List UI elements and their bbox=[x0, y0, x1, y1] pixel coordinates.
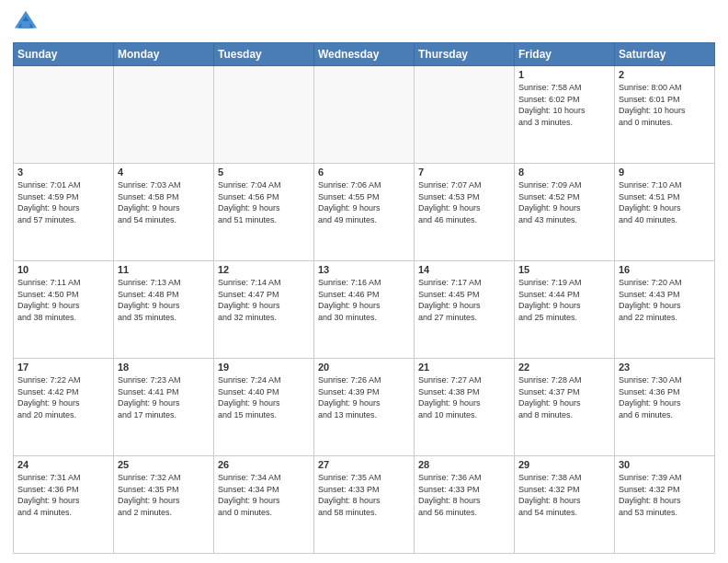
calendar-cell: 11Sunrise: 7:13 AM Sunset: 4:48 PM Dayli… bbox=[114, 261, 214, 359]
day-info: Sunrise: 7:23 AM Sunset: 4:41 PM Dayligh… bbox=[118, 374, 210, 420]
day-info: Sunrise: 7:19 AM Sunset: 4:44 PM Dayligh… bbox=[518, 277, 610, 323]
day-number: 14 bbox=[418, 264, 510, 275]
day-info: Sunrise: 7:24 AM Sunset: 4:40 PM Dayligh… bbox=[218, 374, 310, 420]
calendar-cell: 17Sunrise: 7:22 AM Sunset: 4:42 PM Dayli… bbox=[14, 359, 114, 456]
calendar-cell bbox=[14, 66, 114, 164]
calendar-cell: 13Sunrise: 7:16 AM Sunset: 4:46 PM Dayli… bbox=[314, 261, 415, 359]
day-info: Sunrise: 7:03 AM Sunset: 4:58 PM Dayligh… bbox=[118, 179, 210, 225]
calendar-cell: 15Sunrise: 7:19 AM Sunset: 4:44 PM Dayli… bbox=[515, 261, 615, 359]
calendar-cell: 1Sunrise: 7:58 AM Sunset: 6:02 PM Daylig… bbox=[515, 66, 615, 164]
day-info: Sunrise: 7:17 AM Sunset: 4:45 PM Dayligh… bbox=[418, 277, 510, 323]
calendar-cell: 20Sunrise: 7:26 AM Sunset: 4:39 PM Dayli… bbox=[314, 359, 415, 456]
day-number: 23 bbox=[619, 362, 711, 373]
day-info: Sunrise: 7:09 AM Sunset: 4:52 PM Dayligh… bbox=[518, 179, 610, 225]
calendar-cell: 28Sunrise: 7:36 AM Sunset: 4:33 PM Dayli… bbox=[415, 456, 515, 554]
day-info: Sunrise: 7:10 AM Sunset: 4:51 PM Dayligh… bbox=[619, 179, 711, 225]
calendar-cell bbox=[415, 66, 515, 164]
day-info: Sunrise: 7:38 AM Sunset: 4:32 PM Dayligh… bbox=[518, 472, 610, 518]
day-number: 5 bbox=[218, 167, 310, 178]
day-info: Sunrise: 7:36 AM Sunset: 4:33 PM Dayligh… bbox=[418, 472, 510, 518]
calendar-cell bbox=[314, 66, 415, 164]
day-info: Sunrise: 8:00 AM Sunset: 6:01 PM Dayligh… bbox=[619, 82, 711, 128]
day-number: 12 bbox=[218, 264, 310, 275]
weekday-header: Tuesday bbox=[214, 43, 314, 66]
day-number: 20 bbox=[318, 362, 410, 373]
day-info: Sunrise: 7:58 AM Sunset: 6:02 PM Dayligh… bbox=[518, 82, 610, 128]
day-info: Sunrise: 7:26 AM Sunset: 4:39 PM Dayligh… bbox=[318, 374, 410, 420]
calendar-cell: 14Sunrise: 7:17 AM Sunset: 4:45 PM Dayli… bbox=[415, 261, 515, 359]
day-number: 3 bbox=[17, 167, 109, 178]
day-number: 10 bbox=[17, 264, 109, 275]
day-info: Sunrise: 7:28 AM Sunset: 4:37 PM Dayligh… bbox=[518, 374, 610, 420]
calendar-table: SundayMondayTuesdayWednesdayThursdayFrid… bbox=[13, 42, 715, 554]
calendar-cell: 5Sunrise: 7:04 AM Sunset: 4:56 PM Daylig… bbox=[214, 164, 314, 261]
calendar-cell: 4Sunrise: 7:03 AM Sunset: 4:58 PM Daylig… bbox=[114, 164, 214, 261]
calendar-cell: 9Sunrise: 7:10 AM Sunset: 4:51 PM Daylig… bbox=[615, 164, 715, 261]
calendar-cell: 30Sunrise: 7:39 AM Sunset: 4:32 PM Dayli… bbox=[615, 456, 715, 554]
weekday-header: Monday bbox=[114, 43, 214, 66]
day-number: 24 bbox=[17, 459, 109, 470]
calendar-cell: 6Sunrise: 7:06 AM Sunset: 4:55 PM Daylig… bbox=[314, 164, 415, 261]
day-number: 6 bbox=[318, 167, 410, 178]
day-info: Sunrise: 7:32 AM Sunset: 4:35 PM Dayligh… bbox=[118, 472, 210, 518]
calendar-cell: 8Sunrise: 7:09 AM Sunset: 4:52 PM Daylig… bbox=[515, 164, 615, 261]
calendar-cell: 24Sunrise: 7:31 AM Sunset: 4:36 PM Dayli… bbox=[14, 456, 114, 554]
day-info: Sunrise: 7:31 AM Sunset: 4:36 PM Dayligh… bbox=[17, 472, 109, 518]
calendar-cell: 12Sunrise: 7:14 AM Sunset: 4:47 PM Dayli… bbox=[214, 261, 314, 359]
day-info: Sunrise: 7:35 AM Sunset: 4:33 PM Dayligh… bbox=[318, 472, 410, 518]
day-info: Sunrise: 7:22 AM Sunset: 4:42 PM Dayligh… bbox=[17, 374, 109, 420]
weekday-header: Friday bbox=[515, 43, 615, 66]
day-number: 2 bbox=[619, 69, 711, 80]
calendar-cell bbox=[214, 66, 314, 164]
day-info: Sunrise: 7:04 AM Sunset: 4:56 PM Dayligh… bbox=[218, 179, 310, 225]
calendar-cell: 21Sunrise: 7:27 AM Sunset: 4:38 PM Dayli… bbox=[415, 359, 515, 456]
weekday-header: Sunday bbox=[14, 43, 114, 66]
day-number: 29 bbox=[518, 459, 610, 470]
calendar-cell: 23Sunrise: 7:30 AM Sunset: 4:36 PM Dayli… bbox=[615, 359, 715, 456]
calendar-cell: 26Sunrise: 7:34 AM Sunset: 4:34 PM Dayli… bbox=[214, 456, 314, 554]
calendar-cell: 16Sunrise: 7:20 AM Sunset: 4:43 PM Dayli… bbox=[615, 261, 715, 359]
calendar-cell: 22Sunrise: 7:28 AM Sunset: 4:37 PM Dayli… bbox=[515, 359, 615, 456]
day-number: 11 bbox=[118, 264, 210, 275]
day-number: 19 bbox=[218, 362, 310, 373]
weekday-header: Saturday bbox=[615, 43, 715, 66]
day-info: Sunrise: 7:13 AM Sunset: 4:48 PM Dayligh… bbox=[118, 277, 210, 323]
day-info: Sunrise: 7:34 AM Sunset: 4:34 PM Dayligh… bbox=[218, 472, 310, 518]
calendar-cell: 25Sunrise: 7:32 AM Sunset: 4:35 PM Dayli… bbox=[114, 456, 214, 554]
logo-icon bbox=[13, 9, 39, 35]
day-number: 7 bbox=[418, 167, 510, 178]
day-info: Sunrise: 7:30 AM Sunset: 4:36 PM Dayligh… bbox=[619, 374, 711, 420]
calendar-cell: 7Sunrise: 7:07 AM Sunset: 4:53 PM Daylig… bbox=[415, 164, 515, 261]
day-info: Sunrise: 7:14 AM Sunset: 4:47 PM Dayligh… bbox=[218, 277, 310, 323]
calendar-cell: 19Sunrise: 7:24 AM Sunset: 4:40 PM Dayli… bbox=[214, 359, 314, 456]
day-number: 16 bbox=[619, 264, 711, 275]
calendar-cell: 10Sunrise: 7:11 AM Sunset: 4:50 PM Dayli… bbox=[14, 261, 114, 359]
calendar-cell: 27Sunrise: 7:35 AM Sunset: 4:33 PM Dayli… bbox=[314, 456, 415, 554]
day-number: 9 bbox=[619, 167, 711, 178]
day-info: Sunrise: 7:06 AM Sunset: 4:55 PM Dayligh… bbox=[318, 179, 410, 225]
day-number: 22 bbox=[518, 362, 610, 373]
day-number: 30 bbox=[619, 459, 711, 470]
calendar-cell: 29Sunrise: 7:38 AM Sunset: 4:32 PM Dayli… bbox=[515, 456, 615, 554]
day-info: Sunrise: 7:27 AM Sunset: 4:38 PM Dayligh… bbox=[418, 374, 510, 420]
header bbox=[13, 9, 715, 35]
day-number: 4 bbox=[118, 167, 210, 178]
day-number: 28 bbox=[418, 459, 510, 470]
logo bbox=[13, 9, 42, 35]
day-number: 27 bbox=[318, 459, 410, 470]
day-info: Sunrise: 7:11 AM Sunset: 4:50 PM Dayligh… bbox=[17, 277, 109, 323]
day-info: Sunrise: 7:16 AM Sunset: 4:46 PM Dayligh… bbox=[318, 277, 410, 323]
day-number: 25 bbox=[118, 459, 210, 470]
day-number: 15 bbox=[518, 264, 610, 275]
calendar-cell: 3Sunrise: 7:01 AM Sunset: 4:59 PM Daylig… bbox=[14, 164, 114, 261]
day-number: 18 bbox=[118, 362, 210, 373]
day-number: 26 bbox=[218, 459, 310, 470]
day-info: Sunrise: 7:39 AM Sunset: 4:32 PM Dayligh… bbox=[619, 472, 711, 518]
svg-rect-2 bbox=[21, 21, 29, 28]
day-number: 8 bbox=[518, 167, 610, 178]
day-number: 21 bbox=[418, 362, 510, 373]
day-info: Sunrise: 7:20 AM Sunset: 4:43 PM Dayligh… bbox=[619, 277, 711, 323]
day-info: Sunrise: 7:01 AM Sunset: 4:59 PM Dayligh… bbox=[17, 179, 109, 225]
day-number: 1 bbox=[518, 69, 610, 80]
calendar-cell bbox=[114, 66, 214, 164]
